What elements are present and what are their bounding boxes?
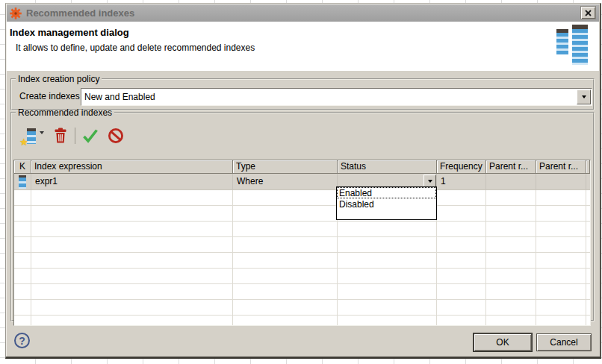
index-banner-icon-small — [556, 29, 568, 54]
empty-cell — [486, 206, 536, 221]
table-empty-row — [14, 253, 590, 269]
table-header-row: K Index expression Type Status Frequency… — [14, 160, 590, 174]
add-index-button[interactable]: ★ — [21, 128, 37, 145]
add-index-menu-chevron-down-icon[interactable] — [40, 131, 44, 134]
empty-cell — [31, 190, 233, 205]
table-empty-row — [14, 269, 590, 284]
empty-cell — [486, 316, 536, 326]
column-header-filler — [586, 160, 590, 174]
empty-cell — [233, 190, 338, 205]
empty-cell — [486, 222, 536, 236]
table-row[interactable]: expr1 Where 1 — [14, 174, 590, 190]
index-creation-policy-group: Index creation policy Create indexes : N… — [10, 74, 595, 110]
empty-cell — [233, 253, 338, 268]
empty-cell — [14, 237, 31, 252]
trash-icon — [53, 128, 68, 145]
indexes-table: K Index expression Type Status Frequency… — [13, 160, 591, 326]
empty-cell — [536, 206, 586, 221]
empty-cell — [536, 237, 586, 252]
empty-cell — [14, 269, 31, 283]
empty-cell — [233, 284, 338, 299]
empty-cell — [31, 222, 233, 236]
add-index-icon: ★ — [21, 128, 37, 145]
help-button[interactable]: ? — [14, 333, 30, 348]
empty-cell — [233, 300, 338, 315]
empty-cell — [536, 190, 586, 205]
page-title: Index management dialog — [10, 27, 129, 38]
window-title: Recommended indexes — [26, 7, 134, 19]
empty-cell — [31, 300, 233, 315]
table-empty-row — [14, 222, 590, 237]
cancel-button[interactable]: Cancel — [536, 333, 592, 351]
empty-cell — [338, 269, 437, 283]
empty-cell — [437, 269, 486, 283]
column-header-parent-2[interactable]: Parent r... — [536, 160, 586, 174]
create-indexes-label: Create indexes : — [19, 91, 84, 101]
empty-cell — [437, 190, 486, 205]
check-icon — [82, 128, 99, 145]
empty-cell — [338, 253, 437, 268]
empty-cell — [14, 222, 31, 236]
frequency-cell: 1 — [437, 174, 486, 189]
status-option-disabled[interactable]: Disabled — [337, 198, 436, 210]
empty-cell — [233, 206, 338, 221]
empty-cell — [586, 206, 590, 221]
column-header-type[interactable]: Type — [233, 160, 338, 174]
type-cell: Where — [233, 174, 338, 189]
column-header-k[interactable]: K — [14, 160, 31, 174]
column-header-index-expression[interactable]: Index expression — [31, 160, 233, 174]
empty-cell — [14, 316, 31, 326]
empty-cell — [31, 253, 233, 268]
status-combo-chevron-down-icon[interactable] — [423, 175, 436, 187]
empty-cell — [486, 300, 536, 315]
empty-cell — [586, 300, 590, 315]
empty-cell — [586, 222, 590, 236]
create-indexes-combo[interactable]: New and Enabled — [81, 88, 592, 106]
empty-cell — [14, 206, 31, 221]
group-title: Index creation policy — [16, 74, 102, 84]
empty-cell — [486, 190, 536, 205]
empty-cell — [486, 237, 536, 252]
table-empty-row — [14, 316, 590, 326]
empty-cell — [31, 269, 233, 283]
empty-cell — [338, 222, 437, 236]
gear-icon — [10, 7, 22, 19]
empty-cell — [536, 253, 586, 268]
empty-cell — [338, 237, 437, 252]
empty-cell — [31, 237, 233, 252]
chevron-down-icon — [577, 90, 591, 104]
ok-button[interactable]: OK — [474, 333, 532, 351]
empty-cell — [536, 269, 586, 283]
toolbar-separator — [75, 128, 75, 144]
table-empty-row — [14, 300, 590, 316]
dialog-header: Index management dialog It allows to def… — [7, 22, 599, 71]
no-entry-icon — [108, 128, 124, 146]
recommended-indexes-group: Recommended indexes ★ — [10, 107, 595, 321]
empty-cell — [486, 284, 536, 299]
close-button[interactable] — [580, 6, 596, 19]
empty-cell — [437, 316, 486, 326]
empty-cell — [586, 253, 590, 268]
empty-cell — [437, 222, 486, 236]
enable-index-button[interactable] — [82, 128, 99, 145]
empty-cell — [536, 222, 586, 236]
disable-index-button[interactable] — [108, 128, 124, 146]
group-title: Recommended indexes — [16, 107, 114, 118]
empty-cell — [536, 284, 586, 299]
empty-cell — [536, 316, 586, 326]
column-header-parent-1[interactable]: Parent r... — [486, 160, 536, 174]
titlebar[interactable]: Recommended indexes — [7, 4, 599, 22]
empty-cell — [31, 284, 233, 299]
empty-cell — [586, 269, 590, 283]
delete-index-button[interactable] — [53, 128, 68, 145]
empty-cell — [486, 269, 536, 283]
index-banner-icon-large — [572, 25, 588, 65]
empty-cell — [14, 253, 31, 268]
combo-value: New and Enabled — [81, 92, 576, 102]
column-header-frequency[interactable]: Frequency — [437, 160, 486, 174]
status-option-enabled[interactable]: Enabled — [337, 187, 436, 198]
empty-cell — [14, 300, 31, 315]
column-header-status[interactable]: Status — [338, 160, 437, 174]
table-empty-row — [14, 284, 590, 300]
empty-cell — [14, 190, 31, 205]
